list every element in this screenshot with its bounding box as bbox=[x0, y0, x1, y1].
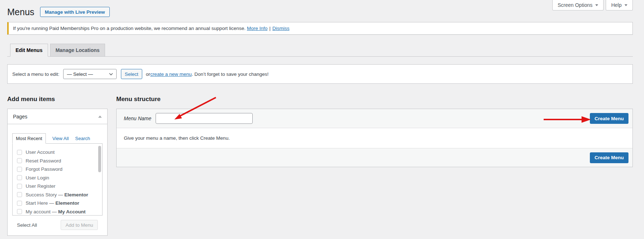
menu-name-label: Menu Name bbox=[124, 116, 151, 121]
pages-tabs: Most Recent View All Search bbox=[12, 133, 103, 143]
list-item: My account — My Account bbox=[13, 208, 102, 216]
create-menu-button-bottom[interactable]: Create Menu bbox=[590, 152, 628, 163]
menu-structure-footer: Create Menu bbox=[117, 148, 632, 167]
select-menu-bar: Select a menu to edit: — Select — Select… bbox=[7, 64, 633, 84]
help-label: Help bbox=[611, 2, 622, 8]
item-checkbox[interactable] bbox=[17, 184, 22, 189]
item-label: User Register bbox=[26, 183, 56, 189]
chevron-up-icon bbox=[98, 116, 102, 118]
pages-accordion-header[interactable]: Pages bbox=[8, 109, 107, 124]
tab-view-all[interactable]: View All bbox=[52, 136, 69, 141]
list-item: Reset Password bbox=[13, 157, 102, 165]
select-all-link[interactable]: Select All bbox=[17, 222, 37, 228]
or-text: or bbox=[146, 71, 150, 77]
help-button[interactable]: Help bbox=[606, 0, 633, 10]
list-item: Forgot Password bbox=[13, 165, 102, 174]
pages-list: User Account Reset Password Forgot Passw… bbox=[12, 143, 103, 216]
screen-options-label: Screen Options bbox=[558, 2, 593, 8]
item-checkbox[interactable] bbox=[17, 192, 22, 197]
list-item: Success Story — Elementor bbox=[13, 191, 102, 199]
item-state: Elementor bbox=[64, 192, 88, 197]
menu-select-value: — Select — bbox=[67, 71, 93, 77]
menu-select-dropdown[interactable]: — Select — bbox=[63, 69, 117, 79]
item-label: Forgot Password bbox=[26, 166, 62, 172]
list-item: User Account bbox=[13, 148, 102, 157]
notice-separator: | bbox=[269, 26, 271, 31]
item-checkbox[interactable] bbox=[17, 201, 22, 206]
item-state: Elementor bbox=[56, 200, 79, 206]
create-new-menu-link[interactable]: create a new menu bbox=[150, 71, 192, 77]
chevron-down-icon bbox=[595, 4, 598, 6]
item-label: User Account bbox=[26, 149, 55, 155]
pages-footer: Select All Add to Menu bbox=[12, 216, 103, 230]
manage-with-live-preview-button[interactable]: Manage with Live Preview bbox=[40, 7, 110, 17]
menu-structure-column: Menu structure Menu Name Create Menu Giv… bbox=[116, 84, 633, 167]
select-button[interactable]: Select bbox=[121, 69, 143, 79]
tab-manage-locations[interactable]: Manage Locations bbox=[50, 44, 105, 57]
nav-tabs: Edit Menus Manage Locations bbox=[7, 44, 633, 57]
tab-most-recent[interactable]: Most Recent bbox=[12, 133, 46, 144]
menu-name-input[interactable] bbox=[156, 113, 253, 124]
select-menu-label: Select a menu to edit: bbox=[12, 71, 60, 77]
item-checkbox[interactable] bbox=[17, 209, 22, 214]
list-item: Start Here — Elementor bbox=[13, 199, 102, 208]
list-item: User Register bbox=[13, 182, 102, 191]
notice-text: If you're running Paid Memberships Pro o… bbox=[13, 26, 247, 31]
tab-edit-menus[interactable]: Edit Menus bbox=[10, 44, 48, 57]
item-state: My Account bbox=[58, 209, 86, 214]
item-checkbox[interactable] bbox=[17, 175, 22, 180]
item-checkbox[interactable] bbox=[17, 167, 22, 172]
scrollbar-thumb[interactable] bbox=[98, 146, 101, 172]
more-info-link[interactable]: More Info bbox=[247, 26, 267, 31]
menu-structure-panel: Menu Name Create Menu Give your menu a n… bbox=[116, 109, 633, 167]
item-label: My account — bbox=[26, 209, 58, 214]
item-label: Start Here — bbox=[26, 200, 56, 206]
page-title: Menus bbox=[7, 6, 34, 17]
item-checkbox[interactable] bbox=[17, 158, 22, 163]
menu-instructions: Give your menu a name, then click Create… bbox=[117, 128, 632, 148]
chevron-down-icon bbox=[625, 4, 627, 6]
pages-accordion-title: Pages bbox=[13, 114, 27, 120]
page-header: Menus Manage with Live Preview bbox=[0, 0, 644, 17]
item-label: Success Story — bbox=[26, 192, 64, 197]
screen-meta: Screen Options Help bbox=[552, 0, 633, 10]
item-checkbox[interactable] bbox=[17, 150, 22, 155]
add-menu-items-heading: Add menu items bbox=[7, 96, 108, 103]
add-menu-items-column: Add menu items Pages Most Recent View Al… bbox=[7, 84, 108, 236]
dismiss-link[interactable]: Dismiss bbox=[272, 26, 289, 31]
pages-accordion-body: Most Recent View All Search User Account… bbox=[8, 124, 107, 230]
tab-search[interactable]: Search bbox=[75, 136, 90, 141]
chevron-down-icon bbox=[109, 73, 113, 75]
item-label: User Login bbox=[26, 175, 49, 181]
item-label: Reset Password bbox=[26, 158, 61, 164]
save-changes-text: . Don’t forget to save your changes! bbox=[192, 71, 269, 77]
content-columns: Add menu items Pages Most Recent View Al… bbox=[7, 84, 633, 236]
create-menu-button-top[interactable]: Create Menu bbox=[590, 113, 628, 124]
menu-structure-heading: Menu structure bbox=[116, 96, 633, 103]
menu-name-row: Menu Name Create Menu bbox=[117, 109, 632, 128]
pages-accordion: Pages Most Recent View All Search User A… bbox=[7, 109, 108, 236]
screen-options-button[interactable]: Screen Options bbox=[552, 0, 604, 10]
add-to-menu-button[interactable]: Add to Menu bbox=[61, 220, 98, 230]
list-item: User Login bbox=[13, 174, 102, 182]
plugin-notice: If you're running Paid Memberships Pro o… bbox=[7, 22, 633, 35]
